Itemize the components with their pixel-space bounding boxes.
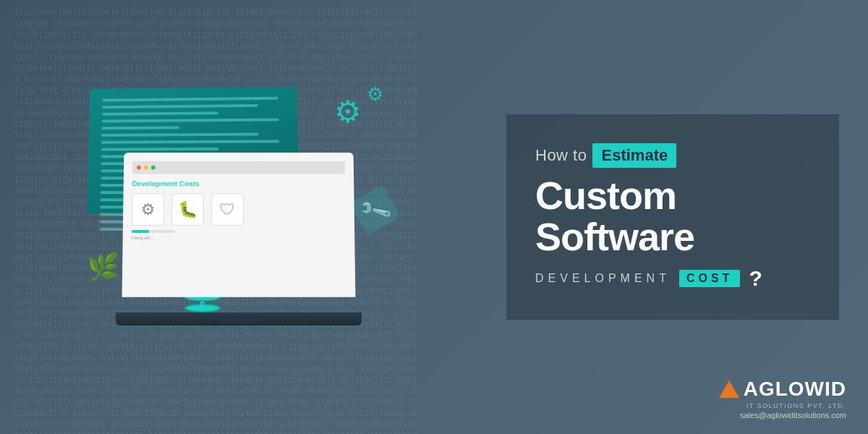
dot-yellow <box>144 166 148 170</box>
screen-icons-row: ⚙ 🐛 🛡 <box>132 193 346 226</box>
cost-box: COST <box>679 270 740 287</box>
question-mark: ? <box>749 266 762 291</box>
bug-screen-icon: 🐛 <box>171 193 204 226</box>
right-text-section: How to Estimate Custom Software DEVELOPM… <box>477 0 868 434</box>
gear-small-icon: ⚙ <box>367 83 383 106</box>
gear-large-icon: ⚙ <box>334 94 362 129</box>
logo-triangle-icon <box>719 380 739 398</box>
gear-screen-icon: ⚙ <box>132 193 164 226</box>
development-cost-row: DEVELOPMENT COST ? <box>535 266 810 291</box>
logo-area: AGLOWID IT SOLUTIONS PVT. LTD. sales@agl… <box>719 378 846 420</box>
development-label: DEVELOPMENT <box>535 272 671 285</box>
estimate-highlight: Estimate <box>592 143 676 168</box>
dot-red <box>137 166 141 170</box>
text-panel: How to Estimate Custom Software DEVELOPM… <box>506 114 839 319</box>
logo-subtitle: IT SOLUTIONS PVT. LTD. <box>719 402 846 409</box>
laptop-body: Development Costs ⚙ 🐛 🛡 Fixing wit... <box>116 152 362 326</box>
screen-title: Development Costs <box>132 179 346 187</box>
left-illustration-section: ⚙ ⚙ 🔧 🌿 <box>0 0 477 434</box>
leaf-decoration-icon: 🌿 <box>87 252 119 282</box>
logo-email: sales@aglowiditsolutions.com <box>719 411 846 420</box>
dot-green <box>151 166 156 170</box>
laptop-touchpad <box>217 315 260 323</box>
logo-wrapper: AGLOWID <box>719 378 846 401</box>
main-banner: 1101000001001111010010111000100111101101… <box>0 0 868 434</box>
screen-progress-label: Fixing wit... <box>132 236 346 240</box>
laptop-screen: Development Costs ⚙ 🐛 🛡 Fixing wit... <box>122 153 356 297</box>
screen-progress-bar <box>132 230 175 233</box>
laptop-base <box>116 312 362 326</box>
custom-software-title: Custom Software <box>535 175 810 257</box>
screen-title-bar <box>132 161 345 174</box>
how-to-estimate-row: How to Estimate <box>535 143 810 168</box>
shield-screen-icon: 🛡 <box>211 193 244 226</box>
how-to-label: How to <box>535 146 587 165</box>
laptop-illustration: ⚙ ⚙ 🔧 🌿 <box>72 80 405 354</box>
logo-company-name: AGLOWID <box>744 378 846 401</box>
